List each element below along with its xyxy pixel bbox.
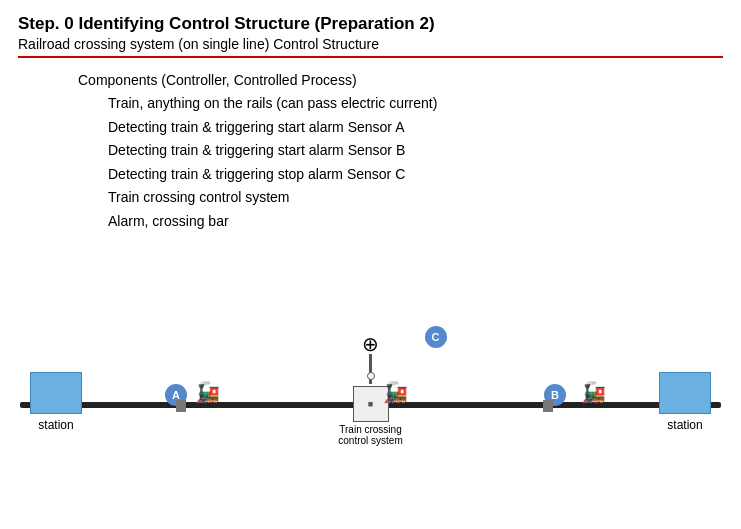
sensor-dot-a [176, 400, 186, 412]
station-left-label: station [30, 418, 82, 432]
list-item: Train crossing control system [108, 188, 723, 208]
list-item: Detecting train & triggering start alarm… [108, 118, 723, 138]
diagram: station station A 🚂 B 🚂 ⊕ C [0, 334, 741, 529]
station-right: station [659, 372, 711, 432]
train-icon-3: 🚂 [383, 380, 408, 404]
list-item: Alarm, crossing bar [108, 212, 723, 232]
sensor-dot-b [543, 400, 553, 412]
station-left: station [30, 372, 82, 432]
control-box-icon: ■ [368, 399, 373, 409]
crossing-sign: ⊕ [362, 334, 379, 354]
station-right-label: station [659, 418, 711, 432]
section-title: Components (Controller, Controlled Proce… [78, 72, 723, 88]
white-dot-c [367, 372, 375, 380]
page: Step. 0 Identifying Control Structure (P… [0, 0, 741, 529]
items-list: Train, anything on the rails (can pass e… [78, 94, 723, 232]
list-item: Detecting train & triggering start alarm… [108, 141, 723, 161]
station-left-box [30, 372, 82, 414]
list-item: Train, anything on the rails (can pass e… [108, 94, 723, 114]
page-subtitle: Railroad crossing system (on single line… [18, 36, 723, 52]
station-right-box [659, 372, 711, 414]
list-item: Detecting train & triggering stop alarm … [108, 165, 723, 185]
page-title: Step. 0 Identifying Control Structure (P… [18, 14, 723, 34]
red-divider [18, 56, 723, 58]
control-label: Train crossing control system [331, 424, 411, 446]
content-section: Components (Controller, Controlled Proce… [18, 72, 723, 232]
sensor-c: C [425, 326, 447, 348]
train-icon-2: 🚂 [581, 380, 606, 404]
train-icon-1: 🚂 [195, 380, 220, 404]
